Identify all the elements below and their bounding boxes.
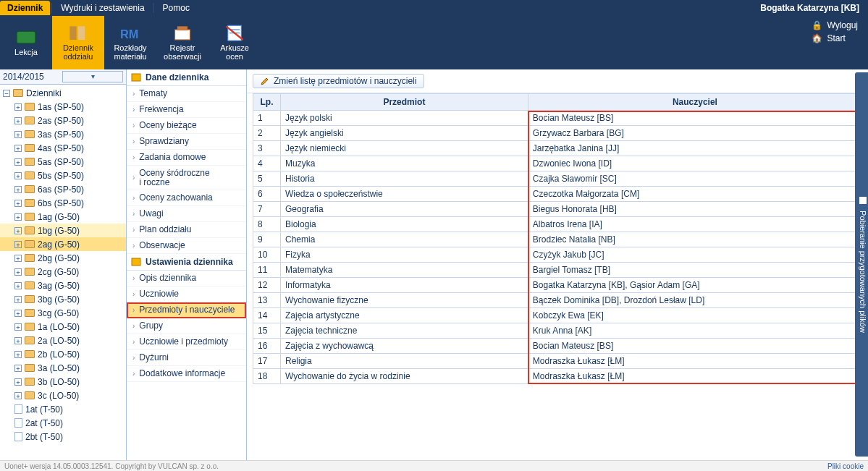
table-row[interactable]: 16Zajęcia z wychowawcąBocian Mateusz [BS…	[253, 339, 862, 354]
tree-item[interactable]: +2ag (G-50)	[0, 237, 126, 251]
expand-icon[interactable]: +	[14, 365, 22, 372]
expand-icon[interactable]: +	[14, 103, 22, 111]
ribbon-lekcja[interactable]: Lekcja	[0, 16, 52, 69]
tree-item[interactable]: 2at (T-50)	[0, 416, 126, 430]
ribbon-dziennik[interactable]: Dziennik oddziału	[52, 16, 104, 69]
table-row[interactable]: 17ReligiaModraszka Łukasz [ŁM]	[253, 354, 862, 369]
start-link[interactable]: 🏠 Start	[812, 33, 858, 43]
nav-item[interactable]: ›Oceny śródroczne i roczne	[127, 166, 246, 190]
tree-item[interactable]: +5bs (SP-50)	[0, 169, 126, 182]
ribbon-rejestr[interactable]: Rejestr obserwacji	[156, 16, 208, 69]
collapse-icon[interactable]: −	[3, 90, 10, 97]
logout-link[interactable]: 🔒 Wyloguj	[812, 20, 858, 30]
nav-item[interactable]: ›Oceny bieżące	[127, 118, 246, 134]
nav-item[interactable]: ›Zadania domowe	[127, 150, 246, 166]
expand-icon[interactable]: +	[14, 213, 22, 221]
expand-icon[interactable]: +	[14, 296, 22, 303]
table-row[interactable]: 9ChemiaBrodziec Natalia [NB]	[253, 232, 862, 247]
expand-icon[interactable]: +	[14, 158, 22, 166]
tree-item[interactable]: +1ag (G-50)	[0, 210, 126, 224]
edit-subjects-button[interactable]: Zmień listę przedmiotów i nauczycieli	[253, 74, 424, 88]
tab-pomoc[interactable]: Pomoc	[156, 1, 197, 15]
table-row[interactable]: 4MuzykaDzwoniec Iwona [ID]	[253, 156, 862, 171]
expand-icon[interactable]: +	[14, 200, 22, 207]
expand-icon[interactable]: +	[14, 145, 22, 152]
expand-icon[interactable]: +	[14, 131, 22, 138]
tree-item[interactable]: +1bg (G-50)	[0, 224, 126, 237]
nav-item[interactable]: ›Obserwacje	[127, 238, 246, 254]
tree-item[interactable]: +3b (LO-50)	[0, 375, 126, 389]
ribbon-arkusze[interactable]: Arkusze ocen	[208, 16, 261, 69]
tab-wydruki[interactable]: Wydruki i zestawienia	[54, 1, 151, 15]
nav-item[interactable]: ›Uczniowie i przedmioty	[127, 334, 246, 350]
chevron-down-icon[interactable]: ▾	[62, 71, 123, 82]
table-row[interactable]: 12InformatykaBogatka Katarzyna [KB], Gąs…	[253, 278, 862, 293]
tree-item[interactable]: 1at (T-50)	[0, 402, 126, 416]
nav-item[interactable]: ›Przedmioty i nauczyciele	[127, 302, 246, 318]
expand-icon[interactable]: +	[14, 172, 22, 179]
tree-item[interactable]: +5as (SP-50)	[0, 155, 126, 169]
table-row[interactable]: 8BiologiaAlbatros Irena [IA]	[253, 217, 862, 232]
table-row[interactable]: 14Zajęcia artystyczneKobczyk Ewa [EK]	[253, 308, 862, 323]
expand-icon[interactable]: +	[14, 268, 22, 276]
tree-item[interactable]: +2as (SP-50)	[0, 114, 126, 127]
expand-icon[interactable]: +	[14, 323, 22, 331]
tree-item[interactable]: +3ag (G-50)	[0, 279, 126, 292]
table-row[interactable]: 13Wychowanie fizyczneBączek Dominika [DB…	[253, 293, 862, 308]
nav-item[interactable]: ›Dyżurni	[127, 350, 246, 366]
table-row[interactable]: 3Język niemieckiJarzębatka Janina [JJ]	[253, 141, 862, 156]
nav-item[interactable]: ›Frekwencja	[127, 102, 246, 118]
tab-dziennik[interactable]: Dziennik	[0, 1, 50, 15]
expand-icon[interactable]: +	[14, 337, 22, 344]
ribbon-rozkłady[interactable]: RMRozkłady materiału	[104, 16, 156, 69]
cookies-link[interactable]: Pliki cookie	[827, 462, 864, 470]
tree-item[interactable]: +6bs (SP-50)	[0, 196, 126, 210]
expand-icon[interactable]: +	[14, 186, 22, 193]
table-row[interactable]: 5HistoriaCzajka Sławomir [SC]	[253, 171, 862, 187]
tree-item[interactable]: +2bg (G-50)	[0, 251, 126, 265]
table-row[interactable]: 7GeografiaBiegus Honorata [HB]	[253, 202, 862, 217]
nav-item[interactable]: ›Dodatkowe informacje	[127, 366, 246, 382]
expand-icon[interactable]: +	[14, 392, 22, 399]
tree-item[interactable]: +2b (LO-50)	[0, 347, 126, 361]
expand-icon[interactable]: +	[14, 310, 22, 317]
tree-item[interactable]: +3bg (G-50)	[0, 292, 126, 306]
tree-item[interactable]: +1as (SP-50)	[0, 100, 126, 114]
tree-item[interactable]: 2bt (T-50)	[0, 430, 126, 444]
expand-icon[interactable]: +	[14, 255, 22, 262]
tree-item[interactable]: +3a (LO-50)	[0, 361, 126, 375]
tree-item[interactable]: +6as (SP-50)	[0, 182, 126, 196]
nav-item[interactable]: ›Uwagi	[127, 206, 246, 222]
tree-item[interactable]: +2cg (G-50)	[0, 265, 126, 279]
expand-icon[interactable]: +	[14, 378, 22, 386]
table-row[interactable]: 2Język angielskiGrzywacz Barbara [BG]	[253, 126, 862, 141]
expand-icon[interactable]: +	[14, 351, 22, 358]
expand-icon[interactable]: +	[14, 227, 22, 234]
nav-item[interactable]: ›Plan oddziału	[127, 222, 246, 238]
nav-item[interactable]: ›Opis dziennika	[127, 271, 246, 287]
tree-item[interactable]: +2a (LO-50)	[0, 334, 126, 347]
table-row[interactable]: 18Wychowanie do życia w rodzinieModraszk…	[253, 369, 862, 384]
expand-icon[interactable]: +	[14, 117, 22, 124]
nav-item[interactable]: ›Grupy	[127, 318, 246, 334]
expand-icon[interactable]: +	[14, 241, 22, 248]
table-row[interactable]: 15Zajęcia techniczneKruk Anna [AK]	[253, 323, 862, 339]
tree-item[interactable]: +1a (LO-50)	[0, 320, 126, 334]
file-icon	[14, 418, 22, 428]
tree-root[interactable]: −Dzienniki	[0, 86, 126, 100]
tree-item[interactable]: +3as (SP-50)	[0, 127, 126, 141]
table-row[interactable]: 11MatematykaBargiel Tomasz [TB]	[253, 263, 862, 278]
tree-item[interactable]: +3cg (G-50)	[0, 306, 126, 320]
nav-item[interactable]: ›Oceny zachowania	[127, 190, 246, 206]
expand-icon[interactable]: +	[14, 282, 22, 289]
downloads-side-tab[interactable]: Pobieranie przygotowanych plików	[855, 72, 868, 457]
tree-item[interactable]: +4as (SP-50)	[0, 141, 126, 155]
nav-item[interactable]: ›Uczniowie	[127, 287, 246, 302]
year-selector[interactable]: 2014/2015 ▾	[0, 69, 126, 85]
nav-item[interactable]: ›Tematy	[127, 86, 246, 102]
table-row[interactable]: 1Język polskiBocian Mateusz [BS]	[253, 111, 862, 126]
table-row[interactable]: 6Wiedza o społeczeństwieCzeczotka Małgor…	[253, 187, 862, 202]
nav-item[interactable]: ›Sprawdziany	[127, 134, 246, 150]
table-row[interactable]: 10FizykaCzyżyk Jakub [JC]	[253, 247, 862, 263]
tree-item[interactable]: +3c (LO-50)	[0, 389, 126, 402]
